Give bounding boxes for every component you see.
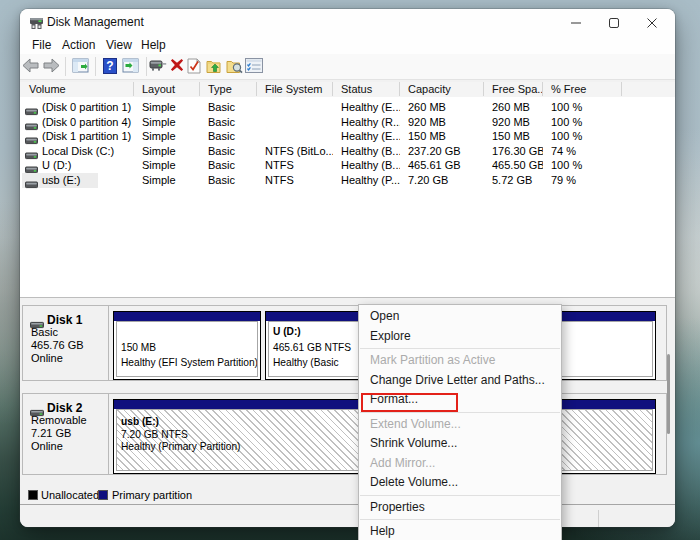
svg-text:?: ? (106, 59, 113, 73)
disk-label-panel[interactable]: Disk 2Removable7.21 GBOnline (23, 394, 109, 474)
disk-details: Basic465.76 GBOnline (31, 326, 84, 364)
toolbar-separator (146, 57, 147, 76)
column-header-volume[interactable]: Volume (21, 82, 134, 96)
cell-status: Healthy (P... (333, 173, 400, 188)
column-header-layout[interactable]: Layout (134, 82, 200, 96)
cell-type: Basic (200, 158, 257, 173)
desktop: Disk Management FileActionViewHelp ? Vol… (0, 0, 700, 540)
cell-free: 465.50 GB (484, 158, 543, 173)
context-menu-item-open[interactable]: Open (359, 307, 561, 327)
toolbar-separator (95, 57, 96, 76)
volume-row-5[interactable]: U (D:)SimpleBasicNTFSHealthy (B...465.61… (20, 158, 675, 173)
cell-capacity: 7.20 GB (400, 173, 484, 188)
disk-row-disk-1: Disk 1Basic465.76 GBOnline 150 MBHealthy… (22, 305, 667, 381)
cell-volume: usb (E:) (21, 173, 134, 188)
cell-capacity: 237.20 GB (400, 144, 484, 159)
cell-type: Basic (200, 144, 257, 159)
cell-fs: NTFS (257, 173, 333, 188)
column-header-free-spa[interactable]: Free Spa... (484, 82, 543, 96)
cell-fs: NTFS (BitLo... (257, 144, 333, 159)
disk-row-disk-2: Disk 2Removable7.21 GBOnlineusb (E:)7.20… (22, 393, 667, 475)
context-menu-item-format[interactable]: Format... (359, 390, 561, 410)
mark-active-icon[interactable] (187, 58, 204, 75)
context-menu-item-explore[interactable]: Explore (359, 327, 561, 347)
volume-row-6[interactable]: usb (E:)SimpleBasicNTFSHealthy (P...7.20… (20, 173, 675, 188)
legend-label: Unallocated (41, 486, 99, 504)
disk-label-panel[interactable]: Disk 1Basic465.76 GBOnline (23, 306, 109, 380)
menubar-item-file[interactable]: File (30, 36, 53, 54)
toolbar-separator (65, 57, 66, 76)
maximize-button[interactable] (595, 9, 633, 36)
volume-row-4[interactable]: Local Disk (C:)SimpleBasicNTFS (BitLo...… (20, 144, 675, 159)
cell-pct: 79 % (543, 173, 622, 188)
cell-capacity: 260 MB (400, 100, 484, 115)
column-header-type[interactable]: Type (200, 82, 257, 96)
cell-pct: 100 % (543, 100, 622, 115)
help-icon[interactable]: ? (103, 58, 120, 75)
menu-bar: FileActionViewHelp (20, 36, 675, 54)
scrollbar-thumb[interactable] (667, 354, 670, 434)
cell-capacity: 465.61 GB (400, 158, 484, 173)
volume-list: (Disk 0 partition 1)SimpleBasicHealthy (… (20, 97, 675, 297)
cell-volume: Local Disk (C:) (21, 144, 134, 159)
partition-disk-1-p1[interactable]: 150 MBHealthy (EFI System Partition) (113, 311, 261, 380)
cell-pct: 100 % (543, 158, 622, 173)
cell-status: Healthy (B... (333, 144, 400, 159)
volume-row-2[interactable]: (Disk 0 partition 4)SimpleBasicHealthy (… (20, 115, 675, 130)
context-menu-item-change-drive-letter-and-paths[interactable]: Change Drive Letter and Paths... (359, 371, 561, 391)
title-bar[interactable]: Disk Management (20, 9, 675, 36)
cell-layout: Simple (134, 115, 200, 130)
cell-volume: (Disk 0 partition 1) (21, 100, 134, 115)
cell-volume: (Disk 1 partition 1) (21, 129, 134, 144)
menubar-item-view[interactable]: View (104, 36, 134, 54)
cell-free: 920 MB (484, 115, 543, 130)
volume-list-header: VolumeLayoutTypeFile SystemStatusCapacit… (20, 82, 675, 98)
context-menu-item-delete-volume[interactable]: Delete Volume... (359, 473, 561, 493)
properties-icon[interactable] (245, 58, 262, 75)
cell-fs (257, 129, 333, 144)
popup-window-icon[interactable] (149, 58, 166, 75)
context-menu-item-shrink-volume[interactable]: Shrink Volume... (359, 434, 561, 454)
cell-fs (257, 115, 333, 130)
cell-capacity: 150 MB (400, 129, 484, 144)
context-menu-item-help[interactable]: Help (359, 522, 561, 540)
cell-layout: Simple (134, 100, 200, 115)
column-header-free[interactable]: % Free (543, 82, 622, 96)
context-menu: OpenExploreMark Partition as ActiveChang… (358, 304, 562, 540)
cell-fs (257, 100, 333, 115)
menubar-item-action[interactable]: Action (60, 36, 97, 54)
toolbar: ? (20, 54, 675, 80)
legend-swatch-primary-partition (98, 490, 108, 500)
forward-arrow-icon[interactable] (43, 58, 60, 75)
cell-pct: 100 % (543, 115, 622, 130)
volume-row-1[interactable]: (Disk 0 partition 1)SimpleBasicHealthy (… (20, 100, 675, 115)
console-tree-icon[interactable] (72, 58, 89, 75)
minimize-button[interactable] (557, 9, 595, 36)
volume-row-3[interactable]: (Disk 1 partition 1)SimpleBasicHealthy (… (20, 129, 675, 144)
status-bar-separator (598, 510, 599, 527)
disk-name: Disk 2 (47, 401, 82, 415)
delete-volume-icon[interactable] (170, 58, 187, 75)
column-header-capacity[interactable]: Capacity (400, 82, 484, 96)
action-pane-icon[interactable] (122, 58, 139, 75)
cell-layout: Simple (134, 173, 200, 188)
cell-type: Basic (200, 173, 257, 188)
disk-management-window: Disk Management FileActionViewHelp ? Vol… (20, 9, 675, 527)
status-bar (20, 505, 675, 527)
column-header-status[interactable]: Status (333, 82, 400, 96)
disk-details: Removable7.21 GBOnline (31, 414, 87, 452)
disk-name: Disk 1 (47, 313, 82, 327)
cell-type: Basic (200, 115, 257, 130)
column-header-file-system[interactable]: File System (257, 82, 333, 96)
open-folder-icon[interactable] (206, 58, 223, 75)
cell-volume: (Disk 0 partition 4) (21, 115, 134, 130)
context-menu-item-mark-partition-as-active: Mark Partition as Active (359, 351, 561, 371)
context-menu-item-properties[interactable]: Properties (359, 498, 561, 518)
close-button[interactable] (633, 9, 671, 36)
cell-volume: U (D:) (21, 158, 134, 173)
cell-layout: Simple (134, 158, 200, 173)
explore-folder-icon[interactable] (226, 58, 243, 75)
cell-type: Basic (200, 129, 257, 144)
menubar-item-help[interactable]: Help (139, 36, 168, 54)
back-arrow-icon[interactable] (22, 58, 39, 75)
